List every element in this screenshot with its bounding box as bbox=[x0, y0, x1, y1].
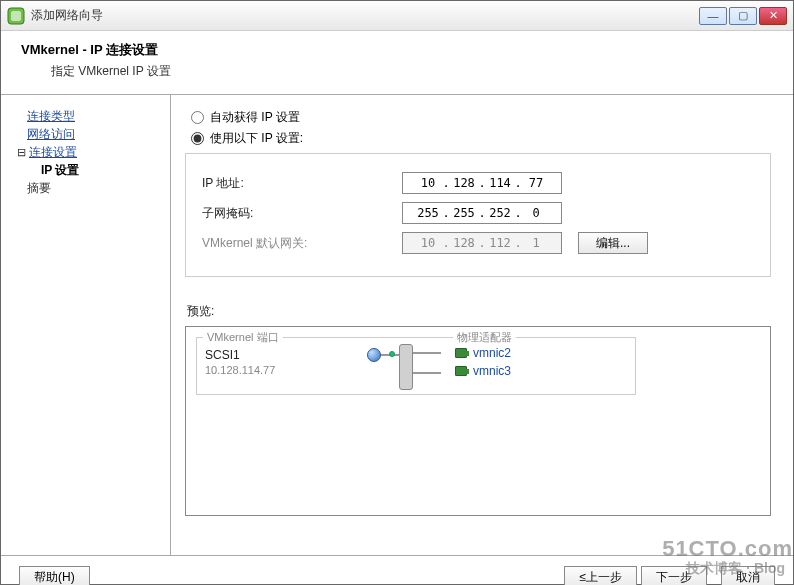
nav-connection-settings[interactable]: 连接设置 bbox=[29, 143, 77, 161]
minimize-button[interactable]: — bbox=[699, 7, 727, 25]
ip-address-label: IP 地址: bbox=[202, 175, 402, 192]
preview-panel: VMkernel 端口 SCSI1 10.128.114.77 物理适配器 bbox=[185, 326, 771, 516]
network-diagram: VMkernel 端口 SCSI1 10.128.114.77 物理适配器 bbox=[196, 337, 636, 395]
svg-rect-1 bbox=[11, 11, 21, 21]
header-title: VMkernel - IP 连接设置 bbox=[21, 41, 773, 59]
nic-icon bbox=[455, 348, 467, 358]
nic-name: vmnic3 bbox=[473, 364, 511, 378]
wizard-footer: 帮助(H) ≤上一步 下一步 取消 bbox=[1, 555, 793, 585]
nic-icon bbox=[455, 366, 467, 376]
subnet-mask-label: 子网掩码: bbox=[202, 205, 402, 222]
vmkernel-icon bbox=[367, 348, 381, 362]
nav-connection-type[interactable]: 连接类型 bbox=[27, 107, 75, 125]
gateway-label: VMkernel 默认网关: bbox=[202, 235, 402, 252]
back-button[interactable]: ≤上一步 bbox=[564, 566, 637, 586]
maximize-button[interactable]: ▢ bbox=[729, 7, 757, 25]
connector-line bbox=[413, 352, 441, 354]
tree-collapse-icon[interactable]: ⊟ bbox=[15, 143, 27, 161]
gateway-field: 10. 128. 112. 1 bbox=[402, 232, 562, 254]
subnet-mask-field[interactable]: 255. 255. 252. 0 bbox=[402, 202, 562, 224]
wizard-sidebar: 连接类型 网络访问 ⊟连接设置 IP 设置 摘要 bbox=[1, 95, 171, 555]
preview-label: 预览: bbox=[187, 303, 777, 320]
wizard-content: 自动获得 IP 设置 使用以下 IP 设置: IP 地址: 10. 128. 1… bbox=[171, 95, 793, 555]
vswitch-icon bbox=[399, 344, 413, 390]
close-button[interactable]: ✕ bbox=[759, 7, 787, 25]
cancel-button[interactable]: 取消 bbox=[721, 566, 775, 586]
next-button[interactable]: 下一步 bbox=[641, 566, 707, 586]
titlebar: 添加网络向导 — ▢ ✕ bbox=[1, 1, 793, 31]
port-dot-icon bbox=[389, 351, 395, 357]
nav-ip-settings[interactable]: IP 设置 bbox=[41, 161, 79, 179]
window-title: 添加网络向导 bbox=[31, 7, 103, 24]
wizard-body: 连接类型 网络访问 ⊟连接设置 IP 设置 摘要 自动获得 IP 设置 使用以下… bbox=[1, 95, 793, 555]
portgroup-group-label: VMkernel 端口 bbox=[203, 330, 283, 345]
nic-name: vmnic2 bbox=[473, 346, 511, 360]
nav-network-access[interactable]: 网络访问 bbox=[27, 125, 75, 143]
portgroup-name: SCSI1 bbox=[205, 348, 379, 362]
wizard-header: VMkernel - IP 连接设置 指定 VMkernel IP 设置 bbox=[1, 31, 793, 95]
radio-manual-ip-label: 使用以下 IP 设置: bbox=[210, 130, 303, 147]
radio-manual-ip[interactable] bbox=[191, 132, 204, 145]
nic-row: vmnic2 bbox=[455, 346, 627, 360]
nic-row: vmnic3 bbox=[455, 364, 627, 378]
help-button[interactable]: 帮助(H) bbox=[19, 566, 90, 586]
radio-auto-ip[interactable] bbox=[191, 111, 204, 124]
window-buttons: — ▢ ✕ bbox=[699, 7, 787, 25]
connector-line bbox=[413, 372, 441, 374]
app-icon bbox=[7, 7, 25, 25]
header-subtitle: 指定 VMkernel IP 设置 bbox=[51, 63, 773, 80]
ip-settings-group: IP 地址: 10. 128. 114. 77 子网掩码: 255. 255. … bbox=[185, 153, 771, 277]
radio-auto-ip-label: 自动获得 IP 设置 bbox=[210, 109, 300, 126]
nav-summary[interactable]: 摘要 bbox=[27, 179, 51, 197]
ip-address-field[interactable]: 10. 128. 114. 77 bbox=[402, 172, 562, 194]
wizard-window: 添加网络向导 — ▢ ✕ VMkernel - IP 连接设置 指定 VMker… bbox=[0, 0, 794, 585]
portgroup-ip: 10.128.114.77 bbox=[205, 364, 379, 376]
adapter-group-label: 物理适配器 bbox=[453, 330, 516, 345]
edit-gateway-button[interactable]: 编辑... bbox=[578, 232, 648, 254]
